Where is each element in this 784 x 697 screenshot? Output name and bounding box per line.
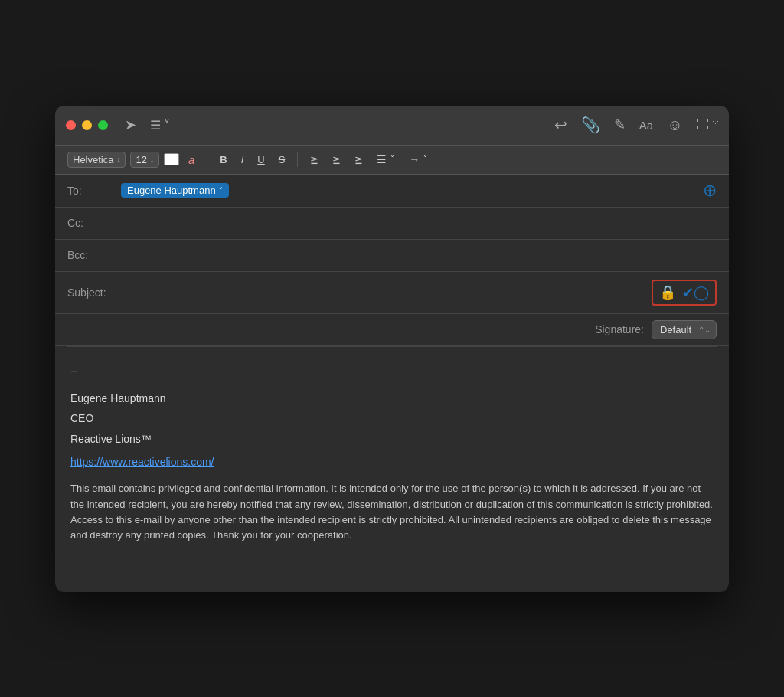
add-recipient-button[interactable]: ⊕: [703, 182, 717, 199]
bcc-row: Bcc:: [55, 240, 729, 272]
signature-select-wrap: Default None Custom: [652, 320, 717, 339]
divider-1: [207, 152, 207, 167]
reply-icon[interactable]: ↩: [554, 116, 567, 134]
recipient-name: Eugene Hauptmann: [127, 185, 216, 196]
signature-select[interactable]: Default None Custom: [652, 320, 717, 339]
signature-label: Signature:: [595, 323, 644, 335]
subject-row: Subject: 🔒 ✔◯: [55, 272, 729, 314]
titlebar-right-icons: ↩ 📎 ✎ Aa ☺ ⛶ ˅: [554, 116, 718, 134]
titlebar: ➤ ☰ ˅ ↩ 📎 ✎ Aa ☺ ⛶ ˅: [55, 106, 729, 146]
formatting-bar: Helvetica ↕ 12 ↕ a B I U S ≧ ≧ ≧ ☰ ˅ → ˅: [55, 146, 729, 175]
cc-row: Cc:: [55, 208, 729, 240]
indent-button[interactable]: → ˅: [404, 151, 433, 168]
to-row: To: Eugene Hauptmann ˅ ⊕: [55, 175, 729, 208]
signature-link[interactable]: https://www.reactivelions.com/: [70, 453, 714, 470]
font-family-label: Helvetica: [73, 154, 113, 165]
mail-compose-window: ➤ ☰ ˅ ↩ 📎 ✎ Aa ☺ ⛶ ˅ Helvetica ↕ 12 ↕ a …: [55, 106, 729, 592]
align-left-button[interactable]: ≧: [305, 152, 323, 168]
disclaimer-text: This email contains privileged and confi…: [70, 481, 714, 543]
to-input[interactable]: [234, 185, 703, 197]
list-icon[interactable]: ☰ ˅: [150, 118, 170, 133]
font-family-select[interactable]: Helvetica ↕: [67, 152, 126, 168]
send-icon[interactable]: ➤: [125, 116, 136, 133]
body-separator: --: [70, 362, 714, 379]
subject-input[interactable]: [121, 286, 652, 299]
signature-row: Signature: Default None Custom: [55, 314, 729, 346]
subject-label: Subject:: [67, 286, 121, 299]
cc-label: Cc:: [67, 217, 121, 229]
titlebar-left-icons: ➤ ☰ ˅: [125, 116, 170, 133]
traffic-lights: [66, 120, 108, 130]
font-size-select[interactable]: 12 ↕: [130, 152, 158, 168]
body-area[interactable]: -- Eugene Hauptmann CEO Reactive Lions™ …: [55, 347, 729, 592]
verified-icon[interactable]: ✔◯: [682, 284, 709, 301]
bcc-label: Bcc:: [67, 249, 121, 261]
align-right-button[interactable]: ≧: [350, 152, 368, 168]
attachment-icon[interactable]: 📎: [581, 116, 600, 134]
recipient-chip[interactable]: Eugene Hauptmann ˅: [121, 183, 229, 198]
to-label: To:: [67, 185, 121, 197]
font-family-chevron-icon: ↕: [116, 155, 120, 164]
signature-company: Reactive Lions™: [70, 430, 714, 447]
signature-title: CEO: [70, 410, 714, 427]
text-highlight-button[interactable]: a: [184, 151, 199, 169]
strikethrough-button[interactable]: S: [274, 152, 290, 168]
font-color-button[interactable]: [164, 153, 179, 165]
font-icon[interactable]: Aa: [639, 119, 653, 132]
recipient-chevron-icon: ˅: [219, 186, 223, 195]
compose-icon[interactable]: ✎: [614, 116, 626, 133]
divider-2: [297, 152, 298, 167]
font-size-chevron-icon: ↕: [150, 155, 154, 164]
bcc-input[interactable]: [121, 249, 717, 261]
align-center-button[interactable]: ≧: [328, 152, 345, 168]
bold-button[interactable]: B: [215, 152, 231, 168]
lock-icon[interactable]: 🔒: [659, 284, 676, 301]
photo-icon[interactable]: ⛶ ˅: [697, 118, 718, 132]
underline-button[interactable]: U: [253, 152, 269, 168]
signature-name: Eugene Hauptmann: [70, 390, 714, 407]
italic-button[interactable]: I: [237, 152, 249, 168]
security-icons-group: 🔒 ✔◯: [652, 280, 717, 306]
maximize-button[interactable]: [98, 120, 108, 130]
list-button[interactable]: ☰ ˅: [372, 151, 400, 168]
font-size-label: 12: [136, 154, 146, 165]
emoji-icon[interactable]: ☺: [667, 116, 682, 134]
minimize-button[interactable]: [82, 120, 92, 130]
cc-input[interactable]: [121, 217, 717, 229]
close-button[interactable]: [66, 120, 76, 130]
